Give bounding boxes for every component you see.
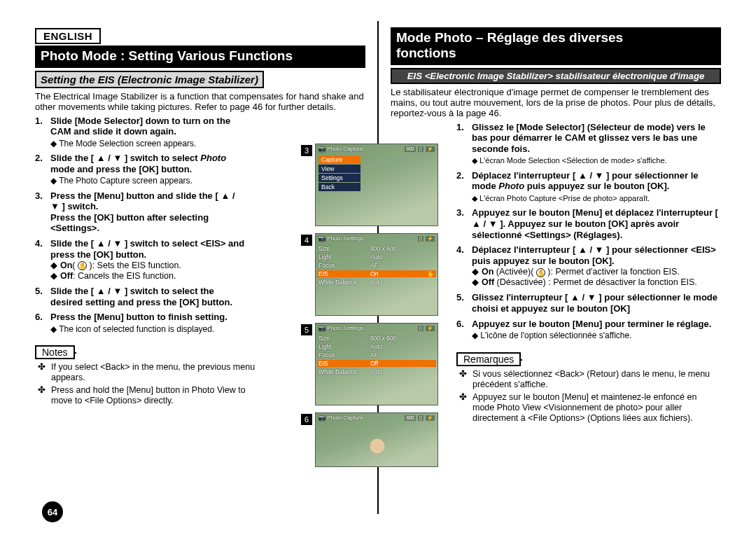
step-text: Slide the [ ▲ / ▼ ] switch to select Pho… xyxy=(50,153,226,174)
settings-row: Size800 x 600 xyxy=(318,335,435,342)
step-text: Slide the [ ▲ / ▼ ] switch to select the… xyxy=(50,286,232,307)
figure-number: 5 xyxy=(301,324,312,335)
lcd-settings: Size800 x 600LightAutoFocusAFEISOn ✋Whit… xyxy=(318,245,435,287)
figure-number: 4 xyxy=(301,235,312,246)
step-text: Appuyez sur le bouton [Menu] et déplacez… xyxy=(472,207,718,239)
step-sub: L'écran Photo Capture <Prise de photo> a… xyxy=(472,194,650,202)
step-sub: L'écran Mode Selection <Sélection de mod… xyxy=(472,156,667,165)
step-text: Press the [Menu] button to finish settin… xyxy=(50,312,227,322)
lcd-settings: Size800 x 600LightAutoFocusAFEISOffWhite… xyxy=(318,335,435,377)
step-sub: The Mode Selection screen appears. xyxy=(50,139,196,148)
menu-item: Capture xyxy=(318,155,360,164)
lcd-menu: Capture View Settings Back xyxy=(318,155,360,192)
step-sub: L'icône de l'option sélectionnée s'affic… xyxy=(472,331,631,340)
step-text: Slide the [ ▲ / ▼ ] switch to select <EI… xyxy=(50,238,244,260)
note-item: Appuyez sur le bouton [Menu] et maintene… xyxy=(472,392,721,424)
lang-badge-en: ENGLISH xyxy=(35,28,101,44)
settings-row: EISOff xyxy=(317,360,436,367)
settings-row: FocusAF xyxy=(318,352,435,359)
settings-row: Size800 x 600 xyxy=(318,245,435,252)
step-text: Déplacez l'interrupteur [ ▲ / ▼ ] pour s… xyxy=(472,244,716,266)
step-options: On (Activée)( ✋ ): Permet d'activer la f… xyxy=(472,267,721,288)
hand-icon: ✋ xyxy=(536,268,545,277)
steps-en: Slide [Mode Selector] down to turn on th… xyxy=(35,116,245,335)
subtitle-en: Setting the EIS (Electronic Image Stabil… xyxy=(35,71,264,88)
step-text: Glissez l'interrupteur [ ▲ / ▼ ] pour sé… xyxy=(472,292,718,314)
intro-en: The Electrical Image Stabilizer is a fun… xyxy=(35,91,365,113)
photo-subject xyxy=(365,433,390,459)
settings-row: LightAuto xyxy=(318,343,435,350)
figure-4: 4 📷 Photo Settings ▯⚡ Size800 x 600Light… xyxy=(315,233,441,316)
page-number: 64 xyxy=(42,501,63,522)
menu-item: Back xyxy=(318,183,360,191)
figure-number: 3 xyxy=(301,145,312,156)
hand-icon: ✋ xyxy=(78,261,87,270)
settings-row: EISOn ✋ xyxy=(317,270,436,277)
figure-6: 6 📷 Photo Capture 800▯⚡ xyxy=(315,412,441,467)
figure-3: 3 📷 Photo Capture 800▯⚡ Capture View Set… xyxy=(315,144,441,226)
settings-row: LightAuto xyxy=(318,253,435,260)
step-sub: The icon of selected function is display… xyxy=(50,324,214,334)
notes-en: If you select <Back> in the menu, the pr… xyxy=(35,362,266,406)
step-text: Déplacez l'interrupteur [ ▲ / ▼ ] pour s… xyxy=(472,170,699,192)
lcd-title: 📷 Photo Settings xyxy=(318,325,363,331)
step-text: Appuyez sur le bouton [Menu] pour termin… xyxy=(472,319,711,329)
note-item: If you select <Back> in the menu, the pr… xyxy=(51,362,266,383)
notes-heading-en: Notes xyxy=(35,345,75,359)
figure-5: 5 📷 Photo Settings ▯⚡ Size800 x 600Light… xyxy=(315,323,441,405)
subtitle-fr: EIS <Electronic Image Stabilizer> stabil… xyxy=(391,68,721,84)
step-options: On( ✋ ): Sets the EIS function. Off: Can… xyxy=(50,260,245,282)
menu-item: Settings xyxy=(318,174,360,182)
lcd-title: 📷 Photo Capture xyxy=(318,146,363,152)
step-sub: The Photo Capture screen appears. xyxy=(50,176,192,186)
lang-badge-fr: FRANÇAIS xyxy=(648,28,722,44)
note-item: Si vous sélectionnez <Back> (Retour) dan… xyxy=(472,369,721,390)
step-text: Slide [Mode Selector] down to turn on th… xyxy=(50,116,230,137)
menu-item: View xyxy=(318,165,360,173)
step-text: Glissez le [Mode Selector] (Sélecteur de… xyxy=(472,122,706,154)
settings-row: White BalanceAuto xyxy=(318,368,435,375)
figure-number: 6 xyxy=(301,414,312,425)
notes-heading-fr: Remarques xyxy=(456,352,521,366)
settings-row: White BalanceAuto xyxy=(318,279,435,286)
title-en: Photo Mode : Setting Various Functions xyxy=(35,46,365,68)
settings-row: FocusAF xyxy=(318,262,435,269)
note-item: Press and hold the [Menu] button in Phot… xyxy=(51,385,266,406)
step-text: Press the [OK] button after selecting <S… xyxy=(50,212,209,234)
lcd-title: 📷 Photo Settings xyxy=(318,235,363,242)
intro-fr: Le stabilisateur électronique d'image pe… xyxy=(391,87,721,119)
figure-strip: 3 📷 Photo Capture 800▯⚡ Capture View Set… xyxy=(315,144,441,474)
lcd-title: 📷 Photo Capture xyxy=(318,415,363,421)
step-text: Press the [Menu] button and slide the [ … xyxy=(50,190,235,212)
